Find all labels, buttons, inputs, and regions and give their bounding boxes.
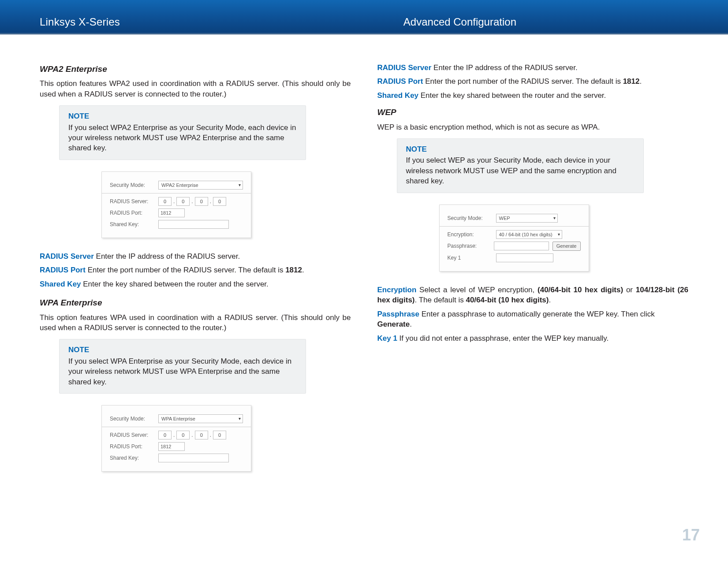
wpa2-enterprise-intro: This option features WPA2 used in coordi… — [40, 78, 351, 99]
wpa2-enterprise-heading: WPA2 Enterprise — [40, 63, 351, 75]
key1-input[interactable] — [496, 253, 553, 262]
header-left: Linksys X-Series — [40, 16, 120, 28]
screenshot-label: RADIUS Port: — [110, 209, 158, 217]
field-text: Enter the port number of the RADIUS serv… — [86, 266, 285, 274]
security-mode-select[interactable]: WPA2 Enterprise ▾ — [158, 181, 243, 190]
ip-octet-input[interactable]: 0 — [176, 197, 190, 206]
field-text: Enter the port number of the RADIUS serv… — [423, 77, 623, 86]
field-text: Enter the key shared between the router … — [81, 280, 269, 288]
ip-octet-input[interactable]: 0 — [195, 197, 208, 206]
field-text: . — [549, 296, 551, 304]
wep-note: NOTE If you select WEP as your Security … — [397, 138, 644, 193]
field-label: RADIUS Server — [40, 252, 94, 261]
field-text: Enter the IP address of the RADIUS serve… — [431, 63, 577, 72]
field-passphrase: Passphrase Enter a passphrase to automat… — [377, 309, 689, 330]
field-label: RADIUS Port — [377, 77, 423, 86]
wpa-enterprise-note: NOTE If you select WPA Enterprise as you… — [59, 339, 306, 394]
screenshot-label: Shared Key: — [110, 454, 158, 462]
field-label: Shared Key — [40, 280, 81, 288]
generate-button[interactable]: Generate — [553, 242, 581, 251]
field-text: If you did not enter a passphrase, enter… — [397, 334, 609, 342]
field-text: . The default is — [415, 296, 466, 304]
ip-octet-input[interactable]: 0 — [158, 197, 172, 206]
screenshot-label: Passphrase: — [448, 242, 494, 250]
security-mode-select[interactable]: WPA Enterprise ▾ — [158, 414, 243, 423]
wpa2-enterprise-note: NOTE If you select WPA2 Enterprise as yo… — [59, 105, 306, 160]
screenshot-label: Security Mode: — [110, 415, 158, 423]
field-key1: Key 1 If you did not enter a passphrase,… — [377, 333, 689, 343]
field-bold: (40/64-bit 10 hex digits) — [538, 286, 623, 294]
ip-octet-input[interactable]: 0 — [158, 431, 172, 439]
note-body: If you select WPA Enterprise as your Sec… — [68, 357, 291, 386]
field-text: Enter the IP address of the RADIUS serve… — [94, 252, 240, 261]
screenshot-label: Shared Key: — [110, 221, 158, 228]
wep-heading: WEP — [377, 107, 689, 118]
note-title: NOTE — [406, 144, 635, 154]
note-body: If you select WEP as your Security Mode,… — [406, 156, 616, 185]
wpa2-screenshot: Security Mode: WPA2 Enterprise ▾ RADIUS … — [101, 171, 251, 238]
field-radius-port: RADIUS Port Enter the port number of the… — [40, 265, 351, 275]
field-label: Shared Key — [377, 91, 419, 100]
screenshot-label: Encryption: — [448, 231, 496, 238]
ip-octet-input[interactable]: 0 — [213, 197, 226, 206]
passphrase-input[interactable] — [494, 242, 549, 250]
field-bold: Generate — [377, 320, 410, 328]
field-shared-key: Shared Key Enter the key shared between … — [377, 90, 689, 100]
screenshot-label: Security Mode: — [448, 215, 496, 222]
screenshot-label: Key 1 — [448, 254, 496, 262]
ip-input-group: 0. 0. 0. 0 — [158, 197, 226, 206]
wpa-screenshot: Security Mode: WPA Enterprise ▾ RADIUS S… — [101, 405, 251, 472]
field-radius-port: RADIUS Port Enter the port number of the… — [377, 76, 689, 86]
select-value: WEP — [499, 216, 510, 221]
field-label: Key 1 — [377, 334, 397, 342]
field-radius-server: RADIUS Server Enter the IP address of th… — [377, 63, 689, 73]
ip-octet-input[interactable]: 0 — [213, 431, 226, 439]
right-column: RADIUS Server Enter the IP address of th… — [377, 61, 689, 485]
encryption-select[interactable]: 40 / 64-bit (10 hex digits) ▾ — [496, 230, 562, 239]
field-label: RADIUS Server — [377, 63, 432, 72]
screenshot-label: RADIUS Server: — [110, 198, 158, 205]
wpa-enterprise-heading: WPA Enterprise — [40, 297, 351, 309]
field-text: or — [623, 286, 636, 294]
field-label: RADIUS Port — [40, 266, 86, 274]
wep-screenshot: Security Mode: WEP ▾ Encryption: 40 / 64… — [439, 205, 589, 272]
ip-input-group: 0. 0. 0. 0 — [158, 431, 226, 439]
ip-octet-input[interactable]: 0 — [195, 431, 208, 439]
chevron-down-icon: ▾ — [558, 231, 560, 238]
field-text: . — [302, 266, 304, 274]
security-mode-select[interactable]: WEP ▾ — [496, 214, 558, 223]
screenshot-label: RADIUS Server: — [110, 432, 158, 439]
note-title: NOTE — [68, 111, 297, 121]
chevron-down-icon: ▾ — [553, 215, 556, 221]
field-text: Select a level of WEP encryption, — [416, 286, 538, 294]
field-text: Enter the key shared between the router … — [418, 91, 606, 100]
chevron-down-icon: ▾ — [239, 416, 241, 422]
note-title: NOTE — [68, 345, 297, 355]
field-text: . — [410, 320, 412, 328]
ip-octet-input[interactable]: 0 — [176, 431, 190, 439]
field-shared-key: Shared Key Enter the key shared between … — [40, 279, 351, 289]
chevron-down-icon: ▾ — [239, 182, 241, 188]
screenshot-label: Security Mode: — [110, 182, 158, 189]
screenshot-label: RADIUS Port: — [110, 443, 158, 450]
note-body: If you select WPA2 Enterprise as your Se… — [68, 123, 296, 153]
radius-port-input[interactable]: 1812 — [158, 442, 185, 451]
radius-port-input[interactable]: 1812 — [158, 208, 185, 217]
wep-intro: WEP is a basic encryption method, which … — [377, 122, 689, 132]
field-text: Enter a passphrase to automatically gene… — [419, 310, 655, 318]
field-bold: 1812 — [285, 266, 302, 274]
field-radius-server: RADIUS Server Enter the IP address of th… — [40, 251, 351, 261]
field-label: Passphrase — [377, 310, 419, 318]
left-column: WPA2 Enterprise This option features WPA… — [40, 61, 351, 485]
header-bar: Linksys X-Series Advanced Configuration — [0, 0, 728, 34]
field-encryption: Encryption Select a level of WEP encrypt… — [377, 285, 689, 305]
field-bold: 1812 — [623, 77, 640, 86]
field-label: Encryption — [377, 286, 417, 294]
header-right: Advanced Configuration — [403, 16, 516, 28]
shared-key-input[interactable] — [158, 454, 229, 462]
field-bold: 40/64-bit (10 hex digits) — [466, 296, 549, 304]
page-number: 17 — [682, 526, 700, 544]
field-text: . — [639, 77, 642, 86]
select-value: 40 / 64-bit (10 hex digits) — [499, 232, 553, 237]
shared-key-input[interactable] — [158, 220, 229, 229]
